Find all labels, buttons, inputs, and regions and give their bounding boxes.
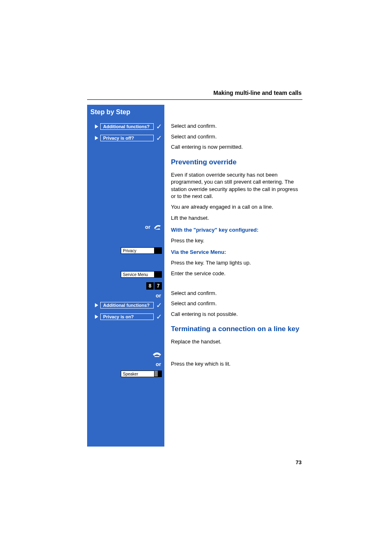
body-text: Select and confirm. bbox=[171, 133, 303, 140]
step-row-privacy-on: Privacy is on? ✓ bbox=[87, 312, 164, 322]
check-icon: ✓ bbox=[156, 313, 162, 321]
check-icon: ✓ bbox=[156, 134, 162, 143]
sidebar-title: Step by Step bbox=[87, 105, 164, 119]
svg-rect-0 bbox=[154, 356, 159, 357]
body-text: Even if station override security has no… bbox=[171, 171, 303, 200]
step-row-replace-handset bbox=[87, 350, 164, 359]
check-icon: ✓ bbox=[156, 301, 162, 310]
key-leds bbox=[154, 272, 161, 277]
key-label: Service Menu bbox=[121, 272, 154, 277]
body-text: Press the key. The lamp lights up. bbox=[171, 259, 303, 267]
body-text: Lift the handset. bbox=[171, 214, 303, 222]
or-label: or bbox=[87, 361, 164, 367]
heading-terminating: Terminating a connection on a line key bbox=[171, 325, 303, 333]
led-icon bbox=[154, 371, 158, 377]
key-leds bbox=[154, 371, 161, 377]
digit-key-7[interactable]: 7 bbox=[154, 282, 162, 290]
privacy-key-button[interactable]: Privacy bbox=[121, 247, 162, 254]
led-icon bbox=[158, 371, 161, 377]
page: Making multi-line and team calls Step by… bbox=[0, 0, 392, 555]
header-rule bbox=[87, 99, 302, 100]
step-row-privacy-off: Privacy is off? ✓ bbox=[87, 133, 164, 143]
heading-privacy-key: With the "privacy" key configured: bbox=[171, 227, 303, 233]
body-text: Call entering is now permitted. bbox=[171, 143, 303, 151]
arrow-right-icon bbox=[95, 315, 98, 319]
step-row-privacy-key: Privacy bbox=[87, 246, 164, 256]
body-text: Replace the handset. bbox=[171, 338, 303, 345]
step-row-or-handset: or bbox=[87, 222, 164, 232]
led-icon bbox=[158, 272, 161, 277]
body-text: Select and confirm. bbox=[171, 300, 303, 307]
body-text: Select and confirm. bbox=[171, 122, 303, 130]
lift-handset-icon bbox=[153, 223, 162, 230]
led-icon bbox=[154, 248, 158, 253]
page-number: 73 bbox=[296, 459, 302, 465]
menu-option: Additional functions? bbox=[100, 123, 154, 130]
step-row-additional-functions-2: Additional functions? ✓ bbox=[87, 300, 164, 310]
body-text: Press the key which is lit. bbox=[171, 360, 303, 368]
step-row-service-menu-key: Service Menu bbox=[87, 269, 164, 279]
menu-option: Additional functions? bbox=[100, 302, 154, 309]
arrow-right-icon bbox=[95, 124, 98, 129]
body-text: Enter the service code. bbox=[171, 270, 303, 277]
led-icon bbox=[158, 248, 161, 253]
service-menu-key-button[interactable]: Service Menu bbox=[121, 271, 162, 278]
or-label: or bbox=[145, 224, 153, 230]
body-text: You are already engaged in a call on a l… bbox=[171, 203, 303, 211]
arrow-right-icon bbox=[95, 136, 98, 140]
replace-handset-icon bbox=[152, 351, 162, 358]
heading-preventing-override: Preventing override bbox=[171, 158, 303, 166]
step-row-additional-functions-1: Additional functions? ✓ bbox=[87, 122, 164, 131]
digit-key-8[interactable]: 8 bbox=[146, 282, 154, 290]
body-text: Select and confirm. bbox=[171, 290, 303, 297]
body-text: Press the key. bbox=[171, 237, 303, 244]
menu-option: Privacy is on? bbox=[100, 313, 154, 320]
step-row-service-code: 8 7 bbox=[87, 281, 164, 291]
check-icon: ✓ bbox=[156, 122, 162, 131]
main-column: Select and confirm. Select and confirm. … bbox=[171, 122, 303, 371]
key-label: Privacy bbox=[121, 249, 154, 253]
step-column: Additional functions? ✓ Privacy is off? … bbox=[87, 120, 164, 379]
led-icon bbox=[154, 272, 158, 277]
menu-option: Privacy is off? bbox=[100, 135, 154, 141]
heading-service-menu: Via the Service Menu: bbox=[171, 249, 303, 255]
or-label: or bbox=[87, 292, 164, 299]
speaker-key-button[interactable]: Speaker bbox=[121, 371, 162, 377]
running-header: Making multi-line and team calls bbox=[213, 90, 302, 96]
step-row-speaker-key: Speaker bbox=[87, 369, 164, 379]
body-text: Call entering is not possible. bbox=[171, 311, 303, 318]
key-label: Speaker bbox=[121, 372, 154, 376]
arrow-right-icon bbox=[95, 303, 98, 307]
key-leds bbox=[154, 248, 161, 253]
